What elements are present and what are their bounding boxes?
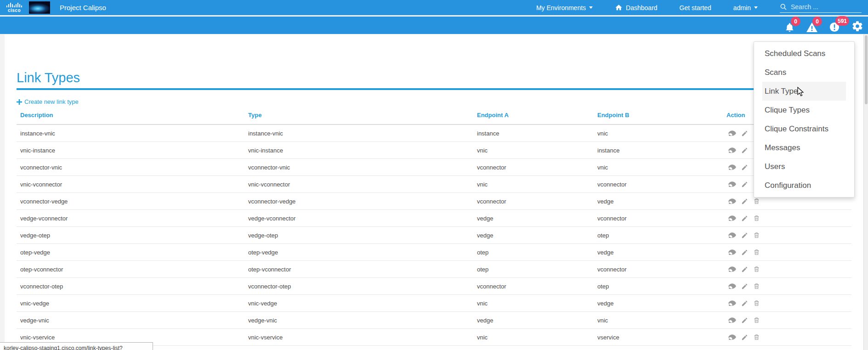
view-button[interactable] — [728, 215, 736, 221]
edit-button[interactable] — [741, 266, 748, 273]
edit-button[interactable] — [741, 198, 748, 205]
delete-button[interactable] — [753, 333, 760, 341]
eye-icon — [728, 334, 736, 340]
delete-button[interactable] — [753, 282, 760, 290]
scrollbar-track[interactable] — [863, 34, 868, 350]
cell-description: otep-vedge — [17, 244, 244, 261]
eye-icon — [728, 249, 736, 255]
cell-endpoint-a: vnic — [473, 295, 594, 312]
cell-endpoint-a: vedge — [473, 227, 594, 244]
edit-button[interactable] — [741, 317, 748, 324]
table-row: vconnector-vedge vconnector-vedge vconne… — [17, 193, 851, 210]
settings-menu-item[interactable]: Configuration — [762, 176, 846, 195]
top-nav-links: My Environments Dashboard Get started ad… — [536, 3, 868, 13]
edit-button[interactable] — [741, 300, 748, 307]
pencil-icon — [741, 147, 748, 154]
settings-button[interactable] — [851, 20, 863, 34]
delete-button[interactable] — [753, 265, 760, 273]
notifications-button[interactable]: 0 — [785, 23, 794, 34]
view-button[interactable] — [728, 198, 736, 204]
edit-button[interactable] — [741, 147, 748, 154]
delete-button[interactable] — [753, 198, 760, 205]
settings-menu-item[interactable]: Clique Types — [762, 101, 846, 119]
table-row: vconnector-otep vconnector-otep vconnect… — [17, 278, 851, 295]
edit-button[interactable] — [741, 232, 748, 239]
cell-endpoint-b: vedge — [594, 244, 723, 261]
errors-button[interactable]: 591 — [829, 22, 840, 34]
view-button[interactable] — [728, 249, 736, 255]
row-actions — [726, 261, 848, 277]
column-header-description: Description — [17, 109, 244, 124]
trash-icon — [753, 215, 760, 222]
view-button[interactable] — [728, 147, 736, 153]
eye-icon — [728, 215, 736, 221]
row-actions — [726, 278, 848, 294]
create-link-type-button[interactable]: Create new link type — [17, 98, 79, 105]
delete-button[interactable] — [753, 215, 760, 222]
warnings-badge: 0 — [812, 17, 822, 26]
delete-button[interactable] — [753, 248, 760, 256]
search-box — [780, 3, 862, 13]
table-row: otep-vedge otep-vedge otep vedge — [17, 244, 851, 261]
brand-title: Project Calipso — [60, 4, 106, 11]
view-button[interactable] — [728, 300, 736, 306]
trash-icon — [753, 231, 760, 239]
search-input[interactable] — [790, 3, 856, 11]
edit-button[interactable] — [741, 215, 748, 222]
edit-button[interactable] — [741, 334, 748, 341]
settings-menu-item[interactable]: Scheduled Scans — [762, 44, 846, 63]
settings-menu-item[interactable]: Messages — [762, 138, 846, 157]
cell-type: vedge-vnic — [244, 312, 473, 329]
dashboard-link[interactable]: Dashboard — [615, 4, 658, 11]
view-button[interactable] — [728, 334, 736, 340]
cell-type: instance-vnic — [244, 124, 473, 142]
delete-button[interactable] — [753, 299, 760, 307]
plus-icon — [17, 99, 22, 105]
errors-badge: 591 — [835, 16, 849, 26]
row-actions — [726, 227, 848, 243]
gear-icon — [851, 20, 863, 32]
edit-button[interactable] — [741, 164, 748, 171]
trash-icon — [753, 316, 760, 324]
view-button[interactable] — [728, 317, 736, 323]
view-button[interactable] — [728, 130, 736, 136]
user-dropdown[interactable]: admin — [733, 4, 758, 11]
settings-menu-item[interactable]: Clique Constraints — [762, 119, 846, 138]
edit-button[interactable] — [741, 181, 748, 188]
column-header-endpoint-b: Endpoint B — [594, 109, 723, 124]
view-button[interactable] — [728, 232, 736, 238]
row-actions — [726, 312, 848, 328]
edit-button[interactable] — [741, 130, 748, 137]
brand-area: cisco Project Calipso — [0, 1, 106, 14]
cell-endpoint-a: otep — [473, 261, 594, 278]
table-row: vedge-vconnector vedge-vconnector vedge … — [17, 210, 851, 227]
view-button[interactable] — [728, 181, 736, 187]
edit-button[interactable] — [741, 249, 748, 256]
row-actions — [726, 329, 848, 345]
caret-down-icon — [589, 6, 593, 9]
edit-button[interactable] — [741, 283, 748, 290]
settings-menu: Scheduled Scans ScansLink TypesClique Ty… — [754, 41, 855, 198]
pencil-icon — [741, 266, 748, 273]
view-button[interactable] — [728, 266, 736, 272]
scrollbar-thumb[interactable] — [865, 35, 868, 104]
cell-description: vconnector-vedge — [17, 193, 244, 210]
my-environments-dropdown[interactable]: My Environments — [536, 4, 593, 11]
table-row: vconnector-vnic vconnector-vnic vconnect… — [17, 159, 851, 176]
view-button[interactable] — [728, 164, 736, 170]
row-actions — [726, 295, 848, 311]
cell-description: vedge-vnic — [17, 312, 244, 329]
warnings-button[interactable]: 0 — [806, 23, 817, 34]
cell-description: instance-vnic — [17, 124, 244, 142]
settings-menu-item[interactable]: Link Types — [762, 82, 846, 101]
delete-button[interactable] — [753, 231, 760, 239]
table-row: vedge-vnic vedge-vnic vedge vnic — [17, 312, 851, 329]
settings-menu-item[interactable]: Users — [762, 157, 846, 176]
cell-endpoint-a: vedge — [473, 312, 594, 329]
settings-menu-item[interactable]: Scans — [762, 63, 846, 82]
cell-description: vnic-vconnector — [17, 176, 244, 193]
get-started-link[interactable]: Get started — [680, 4, 711, 11]
delete-button[interactable] — [753, 316, 760, 324]
table-row: instance-vnic instance-vnic instance vni… — [17, 124, 851, 142]
view-button[interactable] — [728, 283, 736, 289]
